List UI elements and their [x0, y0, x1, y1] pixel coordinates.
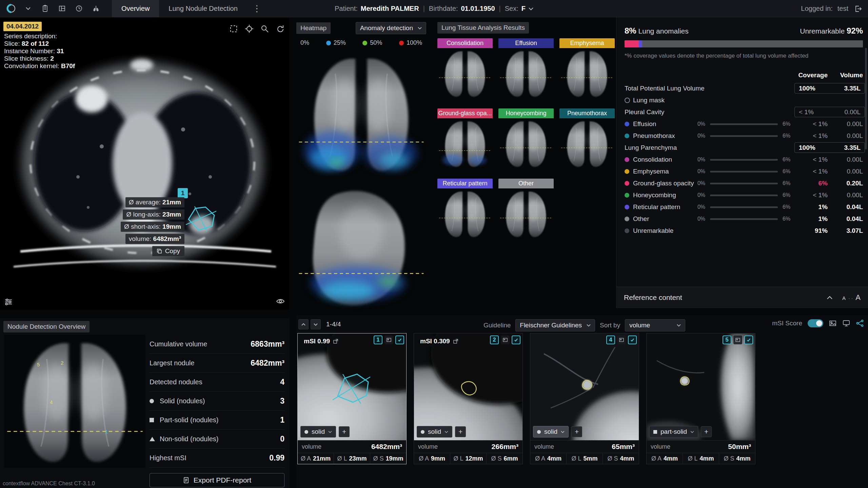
row-lung-parenchyma: Lung Parenchyma 100%3.35L	[625, 142, 863, 154]
crosshair-icon[interactable]	[245, 24, 254, 33]
topbar-left-group	[0, 3, 107, 14]
nodule-card-2[interactable]: mSI 0.309 2 s	[414, 333, 523, 464]
nodule-card-image[interactable]: 4 solid +	[530, 333, 639, 440]
workspace-chevron-down-icon[interactable]	[23, 3, 33, 14]
history-icon[interactable]	[74, 3, 84, 14]
nodule-card-3[interactable]: 4 solid + v	[530, 333, 639, 464]
page-down-button[interactable]	[311, 319, 321, 329]
radio-icon[interactable]	[625, 98, 630, 103]
threshold-slider[interactable]	[710, 206, 778, 208]
reset-view-icon[interactable]	[276, 24, 285, 33]
add-type-button[interactable]: +	[701, 426, 712, 437]
heatmap-mode-select[interactable]: Anomaly detection	[356, 22, 426, 34]
roi-icon[interactable]	[229, 24, 238, 33]
msi-score-toggle[interactable]	[808, 319, 823, 327]
threshold-slider[interactable]	[710, 171, 778, 172]
threshold-slider[interactable]	[710, 159, 778, 161]
guideline-select[interactable]: Fleischner Guidelines	[515, 319, 595, 331]
tissue-item-honeycombing[interactable]: Honeycombing	[498, 108, 554, 169]
bar-segment-unremarkable	[642, 40, 863, 47]
heatmap-coronal-image[interactable]	[296, 51, 426, 176]
window-level-icon[interactable]	[4, 298, 13, 306]
include-checkbox[interactable]	[512, 336, 520, 344]
row-ground-glass-opacity[interactable]: Ground-glass opacity 0% 6% 6% 0.20L	[625, 177, 863, 189]
nodule-overview-image[interactable]: 5 2 4 1	[4, 335, 145, 468]
app-logo[interactable]	[6, 3, 16, 14]
locate-icon[interactable]	[501, 336, 510, 344]
tissue-label: Reticular pattern	[437, 179, 493, 188]
nodule-type-select[interactable]: solid	[533, 426, 569, 438]
logout-icon[interactable]	[853, 4, 863, 14]
row-honeycombing[interactable]: Honeycombing 0% 6% < 1% 0.00L	[625, 189, 863, 201]
nodule-marker-1[interactable]: 1	[178, 188, 188, 198]
export-pdf-button[interactable]: Export PDF-report	[150, 473, 284, 487]
row-reticular-pattern[interactable]: Reticular pattern 0% 6% 1% 0.04L	[625, 201, 863, 213]
locate-icon[interactable]	[733, 336, 742, 344]
nodule-card-image[interactable]: 5 part-solid +	[647, 333, 755, 440]
scrollbar[interactable]	[865, 48, 867, 149]
kebab-menu-icon[interactable]: ⋮	[247, 0, 267, 17]
threshold-slider[interactable]	[710, 183, 778, 184]
locate-icon[interactable]	[617, 336, 626, 344]
include-checkbox[interactable]	[744, 336, 753, 344]
nodule-outline[interactable]	[186, 205, 216, 232]
add-type-button[interactable]: +	[571, 426, 582, 437]
lungs-icon[interactable]	[91, 3, 101, 14]
bar-segment-ground-glass	[625, 40, 639, 47]
tissue-item-reticular[interactable]: Reticular pattern	[437, 179, 493, 239]
series-info: Series description: Slice: 82 of 112 Ins…	[4, 33, 75, 70]
visibility-eye-icon[interactable]	[276, 297, 285, 306]
nodule-card-1[interactable]: mSI 0.99 1 so	[297, 333, 407, 464]
msi-chip[interactable]: mSI 0.99	[300, 336, 342, 346]
layout-table-icon[interactable]	[57, 3, 67, 14]
include-checkbox[interactable]	[628, 336, 637, 344]
add-type-button[interactable]: +	[455, 426, 466, 437]
grid-view-icon[interactable]	[829, 319, 837, 327]
ct-axial-viewer[interactable]: 04.04.2012 Series description: Slice: 82…	[0, 18, 290, 310]
tab-lung-nodule-detection[interactable]: Lung Nodule Detection	[159, 0, 247, 17]
nodule-type-select[interactable]: part-solid	[649, 426, 698, 438]
locate-icon[interactable]	[384, 336, 393, 344]
nodule-card-4[interactable]: 5 part-solid +	[646, 333, 755, 464]
sort-by-select[interactable]: volume	[625, 319, 685, 331]
report-icon[interactable]	[40, 3, 50, 14]
tissue-item-ground-glass[interactable]: Ground-glass opa...	[437, 108, 493, 169]
nodule-card-image[interactable]: mSI 0.309 2 s	[414, 333, 522, 440]
threshold-slider[interactable]	[710, 135, 778, 137]
ai-network-icon[interactable]	[856, 319, 864, 327]
tissue-item-emphysema[interactable]: Emphysema	[559, 38, 615, 99]
patient-info-bar[interactable]: Patient: Meredith PALMER | Birthdate: 01…	[335, 0, 533, 17]
collapse-chevron-up-icon[interactable]	[827, 296, 833, 300]
row-effusion[interactable]: Effusion 0% 6% < 1% 0.00L	[625, 118, 863, 130]
row-lung-mask[interactable]: Lung mask	[625, 94, 863, 106]
threshold-slider[interactable]	[710, 195, 778, 196]
tissue-item-pneumothorax[interactable]: Pneumothorax	[559, 108, 615, 169]
chevron-down-icon	[328, 431, 332, 433]
tab-overview[interactable]: Overview	[112, 0, 159, 17]
nodule-card-image[interactable]: mSI 0.99 1 so	[298, 333, 406, 440]
include-checkbox[interactable]	[395, 336, 404, 344]
copy-button[interactable]: Copy	[152, 246, 184, 256]
tissue-item-effusion[interactable]: Effusion	[498, 38, 554, 99]
page-up-button[interactable]	[298, 319, 309, 329]
search-icon[interactable]	[260, 24, 269, 33]
tissue-item-other[interactable]: Other	[498, 179, 554, 239]
monitor-icon[interactable]	[842, 319, 850, 327]
heatmap-sagittal-image[interactable]	[296, 182, 426, 310]
row-emphysema[interactable]: Emphysema 0% 6% < 1% 0.00L	[625, 165, 863, 177]
font-size-control[interactable]: A · · A	[842, 293, 861, 302]
tissue-item-consolidation[interactable]: Consolidation	[437, 38, 493, 99]
nodule-type-select[interactable]: solid	[417, 426, 452, 438]
row-consolidation[interactable]: Consolidation 0% 6% < 1% 0.00L	[625, 154, 863, 165]
nodule-type-select[interactable]: solid	[300, 426, 336, 438]
patient-chevron-down-icon[interactable]	[529, 7, 533, 11]
threshold-slider[interactable]	[710, 218, 778, 220]
tissue-label: Other	[498, 179, 554, 188]
row-other[interactable]: Other 0% 6% 1% 0.04L	[625, 213, 863, 225]
tissue-label: Honeycombing	[498, 108, 554, 118]
add-type-button[interactable]: +	[339, 426, 350, 437]
row-pneumothorax[interactable]: Pneumothorax 0% 6% < 1% 0.00L	[625, 130, 863, 142]
threshold-slider[interactable]	[710, 123, 778, 125]
measurement-average: Ø average: 21mm	[125, 197, 184, 207]
msi-chip[interactable]: mSI 0.309	[417, 336, 462, 346]
